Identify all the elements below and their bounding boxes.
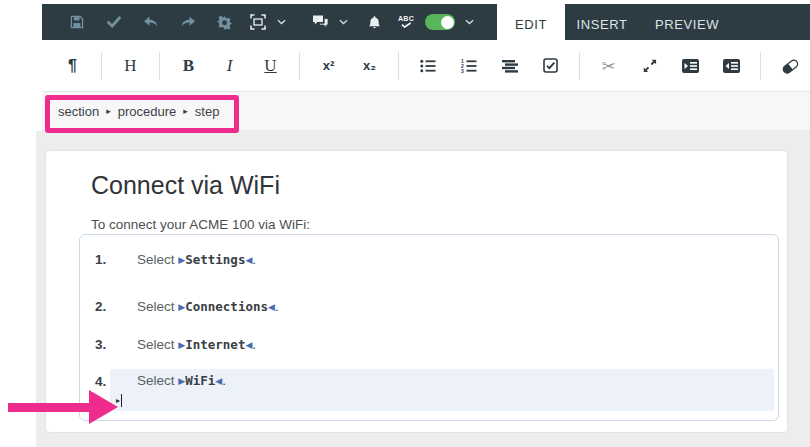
chevron-down-icon [335,19,351,25]
step-3[interactable]: 3. Select ▶Internet◀. [95,337,256,352]
toolbar-divider [579,52,580,80]
editor-canvas: Connect via WiFi To connect your ACME 10… [36,131,810,447]
undo-icon [143,15,159,29]
guimenu-label[interactable]: WiFi [185,373,215,388]
superscript-button[interactable]: x² [308,48,349,84]
redo-button[interactable] [169,4,206,40]
outdent-icon [723,59,740,73]
editor-window: ABC EDIT INSERT PREVIEW ¶ H B I U x² x₂ [0,0,810,447]
redo-icon [180,15,196,29]
element-close-marker: ◀ [245,255,252,265]
step-text: Select ▶WiFi◀. [137,373,226,388]
underline-icon: U [264,56,276,76]
undo-button[interactable] [132,4,169,40]
split-button[interactable]: ✂ [588,48,629,84]
step-number: 4. [95,374,106,389]
subscript-icon: x₂ [363,58,376,73]
spellcheck-button[interactable]: ABC [395,16,417,28]
guimenu-label[interactable]: Settings [185,252,245,267]
ordered-list-button[interactable]: 123 [448,48,489,84]
outdent-button[interactable] [711,48,752,84]
annotation-arrow-head [89,390,118,424]
toolbar-divider [101,52,102,80]
settings-button[interactable] [206,4,243,40]
indent-button[interactable] [670,48,711,84]
selection-mode-button[interactable] [243,4,289,40]
approve-button[interactable] [95,4,132,40]
guimenu-label[interactable]: Internet [185,337,245,352]
check-icon [107,16,121,28]
eraser-icon [781,58,799,74]
pilcrow-icon: ¶ [68,57,77,75]
tab-edit-label: EDIT [515,17,547,32]
italic-button[interactable]: I [209,48,250,84]
comments-button[interactable] [305,4,351,40]
step-4-selected[interactable]: Select ▶WiFi◀. ▸ [110,369,774,411]
indent-icon [682,59,699,73]
tab-edit[interactable]: EDIT [497,4,565,44]
element-close-marker: ◀ [268,302,275,312]
heading-icon: H [124,56,136,76]
checkbox-button[interactable] [530,48,571,84]
gear-icon [217,15,232,30]
toolbar-divider [159,52,160,80]
chevron-down-icon [273,19,289,25]
toggle-knob [441,16,454,29]
step-text: Select ▶Settings◀. [137,252,256,267]
format-toolbar: ¶ H B I U x² x₂ 123 [42,40,810,92]
topic-title[interactable]: Connect via WiFi [91,171,280,200]
mode-tabs: EDIT INSERT PREVIEW [497,4,735,44]
element-close-marker: ◀ [215,376,222,386]
tab-preview[interactable]: PREVIEW [639,4,735,44]
step-number: 2. [95,299,121,314]
element-open-marker: ▶ [178,255,185,265]
ordered-list-icon: 123 [461,59,477,73]
step-1[interactable]: 1. Select ▶Settings◀. [95,252,256,267]
comments-icon [305,14,335,30]
document-card[interactable]: Connect via WiFi To connect your ACME 10… [45,150,788,433]
step-text: Select ▶Connections◀. [137,299,279,314]
block-list-button[interactable] [489,48,530,84]
spellcheck-toggle[interactable] [425,14,455,30]
main-toolbar: ABC EDIT INSERT PREVIEW [42,4,810,40]
toolbar-divider [398,52,399,80]
bullet-list-button[interactable] [407,48,448,84]
tab-insert-label: INSERT [576,17,627,32]
block-list-icon [502,59,518,73]
procedure-list: 1. Select ▶Settings◀. 2. Select ▶Connect… [79,234,779,421]
step-number: 3. [95,337,121,352]
eraser-button[interactable] [769,48,810,84]
bullet-list-icon [420,59,436,73]
heading-button[interactable]: H [110,48,151,84]
spellcheck-check-icon [401,22,412,28]
svg-text:3: 3 [461,67,464,72]
step-2[interactable]: 2. Select ▶Connections◀. [95,299,279,314]
tab-insert[interactable]: INSERT [565,4,639,44]
element-open-marker: ▶ [178,340,185,350]
save-icon [70,15,84,29]
checkbox-icon [543,58,558,73]
scissors-icon: ✂ [601,56,615,76]
tab-preview-label: PREVIEW [655,17,719,32]
element-close-marker: ◀ [245,340,252,350]
subscript-button[interactable]: x₂ [349,48,390,84]
merge-button[interactable] [629,48,670,84]
element-open-marker: ▶ [178,376,185,386]
annotation-highlight-box [45,95,239,133]
bold-icon: B [183,56,194,76]
toolbar-divider [299,52,300,80]
bold-button[interactable]: B [168,48,209,84]
selection-frame-icon [243,14,273,30]
paragraph-button[interactable]: ¶ [52,48,93,84]
superscript-icon: x² [323,58,335,73]
notifications-button[interactable] [359,4,389,40]
intro-paragraph[interactable]: To connect your ACME 100 via WiFi: [91,217,310,232]
save-button[interactable] [58,4,95,40]
italic-icon: I [227,56,233,76]
guimenu-label[interactable]: Connections [185,299,268,314]
element-open-marker: ▶ [178,302,185,312]
chevron-down-icon[interactable] [461,19,477,25]
underline-button[interactable]: U [250,48,291,84]
toolbar-divider [760,52,761,80]
merge-arrows-icon [643,59,657,73]
